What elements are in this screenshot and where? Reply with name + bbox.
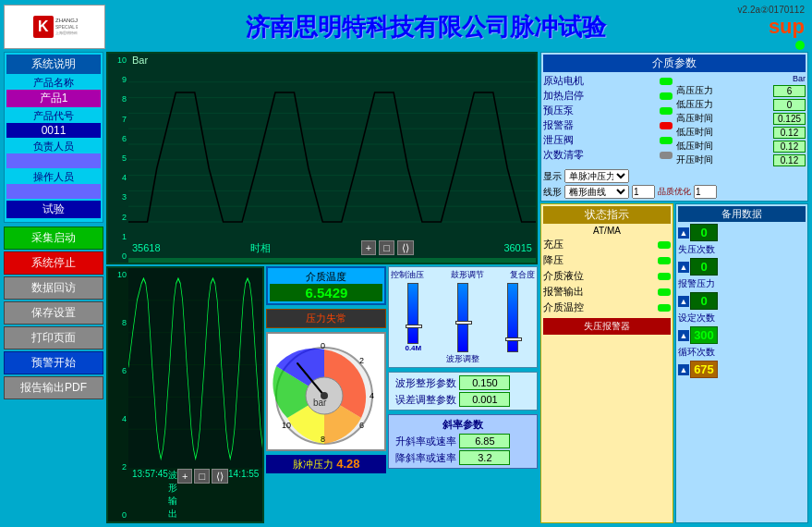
common-data-title: 备用数据 bbox=[678, 206, 806, 222]
rise-row: 升斜率或速率 bbox=[392, 434, 534, 448]
operator-label: 操作人员 bbox=[6, 170, 101, 184]
svg-text:8: 8 bbox=[321, 435, 325, 444]
loop-count-display-row: ▲ 675 bbox=[678, 361, 806, 378]
set-count-display-row: ▲ 300 bbox=[678, 326, 806, 344]
pulse-pressure-label: 脉冲压力 bbox=[293, 459, 333, 470]
slope-title: 斜率参数 bbox=[392, 418, 534, 432]
bottom-zoom-rect[interactable]: □ bbox=[194, 469, 210, 484]
loop-count-label: 循环次数 bbox=[678, 346, 715, 359]
top-chart-svg bbox=[128, 67, 536, 238]
bottom-y-axis: 10 8 6 4 2 0 bbox=[108, 268, 128, 521]
fail-count-display-row: ▲ 0 bbox=[678, 258, 806, 276]
alarm-pressure-display-row: ▲ 0 bbox=[678, 292, 806, 310]
main-container: K ZHANGJIAGANG FURUI SPECIAL EQUIPMENT 上… bbox=[0, 0, 812, 527]
reshape-input[interactable] bbox=[459, 375, 510, 390]
curve-select[interactable]: 椭形曲线 bbox=[564, 185, 629, 199]
rise-input[interactable] bbox=[459, 434, 510, 448]
fail-count-label: 失压次数 bbox=[678, 243, 715, 256]
high-time-input[interactable] bbox=[773, 113, 806, 125]
svg-text:0: 0 bbox=[321, 341, 325, 350]
responsible-value bbox=[6, 153, 101, 168]
val-row-2: 低压压力 bbox=[676, 98, 806, 111]
fall-input[interactable] bbox=[459, 450, 510, 465]
pulse-pressure-box: 脉冲压力 4.28 bbox=[266, 455, 386, 473]
slider-col-1: 0.4M bbox=[391, 283, 435, 352]
medium-params-inner: 原站电机 加热启停 预压泵 报警器 bbox=[543, 74, 806, 167]
open-time-input[interactable] bbox=[773, 154, 806, 166]
top-arrow-row: ▲ 0 bbox=[678, 224, 806, 241]
slider-col-2 bbox=[441, 283, 485, 352]
slider-thumb-2[interactable] bbox=[455, 321, 472, 325]
zoom-out-btn[interactable]: □ bbox=[379, 240, 394, 255]
product-name-label: 产品名称 bbox=[6, 76, 101, 90]
data-btn[interactable]: 数据回访 bbox=[4, 276, 103, 300]
common-data-section: 备用数据 ▲ 0 失压次数 ▲ 0 报警压力 bbox=[675, 203, 808, 523]
medium-row-5: 泄压阀 bbox=[543, 133, 673, 147]
gauge-area: 介质温度 6.5429 压力失常 bbox=[266, 266, 386, 523]
slider-val-1: 0.4M bbox=[405, 344, 421, 352]
up-arrow-btn-5[interactable]: ▲ bbox=[678, 364, 689, 375]
svg-text:K: K bbox=[38, 18, 49, 34]
val-row-3: 高压时间 bbox=[676, 112, 806, 125]
slider-track-3 bbox=[507, 283, 518, 352]
high-pressure-input[interactable] bbox=[773, 85, 806, 97]
chart-footer: 35618 时相 + □ ⟨⟩ 36015 bbox=[128, 238, 536, 258]
warn-btn[interactable]: 预警开始 bbox=[4, 351, 103, 374]
curve-value-input[interactable] bbox=[632, 185, 655, 199]
slider-thumb-3[interactable] bbox=[505, 337, 522, 341]
low-time-input[interactable] bbox=[773, 127, 806, 139]
curve-row: 线形 椭形曲线 品质优化 bbox=[543, 185, 806, 199]
print-btn[interactable]: 打印页面 bbox=[4, 326, 103, 349]
slider-thumb-1[interactable] bbox=[406, 325, 422, 328]
status-led-3 bbox=[658, 273, 671, 280]
up-arrow-btn-4[interactable]: ▲ bbox=[678, 330, 689, 341]
save-btn[interactable]: 保存设置 bbox=[4, 301, 103, 325]
medium-left: 原站电机 加热启停 预压泵 报警器 bbox=[543, 74, 673, 167]
status-led-5 bbox=[658, 304, 671, 312]
medium-row-3: 预压泵 bbox=[543, 104, 673, 117]
fail-alarm-label: 失压报警器 bbox=[543, 318, 671, 335]
medium-temp-label: 介质温度 bbox=[270, 270, 382, 284]
fall-row: 降斜率或速率 bbox=[392, 450, 534, 465]
val-row-4: 低压时间 bbox=[676, 126, 806, 139]
val-row-6: 开压时间 bbox=[676, 153, 806, 166]
status-led-1 bbox=[658, 241, 671, 249]
medium-right: Bar 高压压力 低压压力 高压时间 bbox=[676, 74, 806, 167]
chart-x-end: 36015 bbox=[503, 242, 532, 253]
low-time-input-2[interactable] bbox=[773, 141, 806, 153]
up-arrow-btn-2[interactable]: ▲ bbox=[678, 262, 689, 273]
low-pressure-input[interactable] bbox=[773, 99, 806, 111]
stop-btn[interactable]: 系统停止 bbox=[4, 251, 103, 275]
medium-temp-box: 介质温度 6.5429 bbox=[266, 266, 386, 305]
bottom-scroll[interactable]: ⟨⟩ bbox=[212, 469, 228, 484]
info-section: 系统说明 产品名称 产品1 产品代号 0011 负责人员 操作人员 试验 bbox=[4, 52, 103, 223]
sup-text: sup bbox=[769, 15, 805, 39]
up-arrow-btn-3[interactable]: ▲ bbox=[678, 296, 689, 307]
status-led-4 bbox=[658, 288, 671, 296]
bar-label-top: Bar bbox=[676, 74, 806, 83]
top-num: 0 bbox=[690, 224, 718, 241]
scroll-btn[interactable]: ⟨⟩ bbox=[397, 240, 414, 255]
gauge-container: 0 2 4 6 8 10 bar bbox=[266, 332, 386, 451]
bottom-controls: + □ ⟨⟩ bbox=[177, 469, 228, 521]
zoom-in-btn[interactable]: + bbox=[361, 240, 376, 255]
bottom-zoom-in[interactable]: + bbox=[177, 469, 192, 484]
error-param-row: 误差调整参数 bbox=[392, 392, 534, 407]
report-btn[interactable]: 报告输出PDF bbox=[4, 376, 103, 399]
operator-value bbox=[6, 184, 101, 199]
mode-select[interactable]: 单脉冲压力 bbox=[564, 169, 629, 183]
main-title: 济南思明特科技有限公司脉冲试验 bbox=[115, 11, 738, 43]
led-3 bbox=[660, 107, 673, 115]
quality-input[interactable] bbox=[694, 185, 717, 199]
wave-params: 控制油压 鼓形调节 复合度 0.4M bbox=[388, 266, 538, 523]
up-arrow-btn-1[interactable]: ▲ bbox=[678, 227, 689, 239]
header: K ZHANGJIAGANG FURUI SPECIAL EQUIPMENT 上… bbox=[4, 4, 808, 50]
chart-top: 10 9 8 7 6 5 4 3 2 1 0 Bar bbox=[106, 52, 538, 264]
fail-count-row: 失压次数 bbox=[678, 243, 806, 256]
loop-count-display: 675 bbox=[690, 361, 718, 378]
status-common-row: 状态指示 AT/MA 充压 降压 介质液位 报警输出 bbox=[540, 203, 808, 523]
error-input[interactable] bbox=[459, 392, 510, 407]
system-desc-btn[interactable]: 系统说明 bbox=[6, 55, 101, 74]
start-btn[interactable]: 采集启动 bbox=[4, 227, 103, 250]
medium-row-4: 报警器 bbox=[543, 118, 673, 132]
